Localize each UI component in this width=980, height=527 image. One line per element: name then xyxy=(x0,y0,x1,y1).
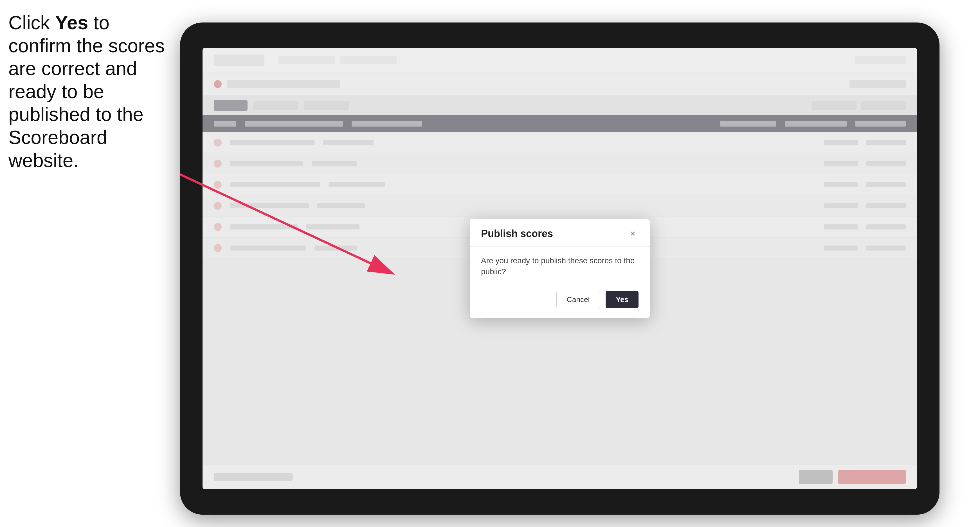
tablet-screen: Publish scores × Are you ready to publis… xyxy=(202,48,917,489)
app-background: Publish scores × Are you ready to publis… xyxy=(202,48,917,489)
modal-message: Are you ready to publish these scores to… xyxy=(481,255,638,277)
modal-body: Are you ready to publish these scores to… xyxy=(470,247,650,286)
modal-footer: Cancel Yes xyxy=(470,286,650,318)
instruction-bold: Yes xyxy=(55,12,88,33)
modal-title: Publish scores xyxy=(481,228,553,240)
tablet-device: Publish scores × Are you ready to publis… xyxy=(180,22,940,514)
modal-header: Publish scores × xyxy=(470,219,650,247)
instruction-suffix: to confirm the scores are correct and re… xyxy=(8,12,165,171)
modal-overlay: Publish scores × Are you ready to publis… xyxy=(202,48,917,489)
modal-close-button[interactable]: × xyxy=(627,228,638,239)
instruction-text: Click Yes to confirm the scores are corr… xyxy=(8,11,166,172)
modal-dialog: Publish scores × Are you ready to publis… xyxy=(470,219,650,318)
instruction-prefix: Click xyxy=(8,12,55,33)
yes-button[interactable]: Yes xyxy=(606,291,638,308)
cancel-button[interactable]: Cancel xyxy=(556,291,600,308)
